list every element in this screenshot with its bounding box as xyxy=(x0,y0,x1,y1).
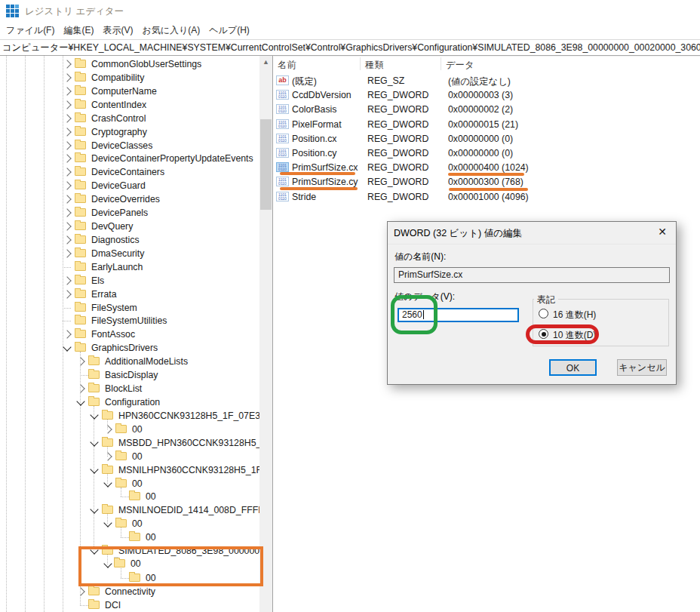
tree-item[interactable]: Els xyxy=(0,274,260,288)
registry-value-row[interactable]: 1101 0110ColorBasisREG_DWORD0x00000002 (… xyxy=(274,103,700,117)
chevron-right-icon[interactable] xyxy=(63,128,71,136)
value-data: 0x00000000 (0) xyxy=(448,134,513,144)
chevron-right-icon[interactable] xyxy=(63,141,71,149)
tree-item[interactable]: AdditionalModeLists xyxy=(0,355,260,368)
tree-item[interactable]: MSBDD_HPN360CCNK93128H5_1F_0 xyxy=(0,436,260,450)
chevron-right-icon[interactable] xyxy=(103,452,112,460)
address-bar[interactable]: コンピューター¥HKEY_LOCAL_MACHINE¥SYSTEM¥Curren… xyxy=(0,39,700,56)
chevron-down-icon[interactable] xyxy=(103,478,112,487)
tree-item[interactable]: CrashControl xyxy=(0,112,260,125)
folder-icon xyxy=(88,587,100,595)
chevron-right-icon[interactable] xyxy=(63,249,71,257)
chevron-down-icon[interactable] xyxy=(76,397,84,405)
chevron-down-icon[interactable] xyxy=(63,343,71,352)
tree-scrollbar[interactable]: ▲ xyxy=(259,56,272,612)
tree-item[interactable]: BasicDisplay xyxy=(0,368,260,382)
hex-radio[interactable] xyxy=(539,309,548,318)
tree-item[interactable]: DeviceClasses xyxy=(0,139,260,152)
column-header[interactable]: データ xyxy=(446,59,474,72)
tree-item[interactable]: HPN360CCNK93128H5_1F_07E3_4C4 xyxy=(0,409,260,423)
chevron-down-icon[interactable] xyxy=(103,519,112,527)
chevron-right-icon[interactable] xyxy=(63,114,71,122)
chevron-right-icon[interactable] xyxy=(103,425,112,433)
ok-button[interactable]: OK xyxy=(549,359,597,376)
registry-value-row[interactable]: 1101 0110PixelFormatREG_DWORD0x00000015 … xyxy=(274,118,700,132)
tree-item[interactable]: DeviceContainers xyxy=(0,165,260,179)
menu-item[interactable]: お気に入り(A) xyxy=(137,22,204,39)
tree-item[interactable]: ComputerName xyxy=(0,85,260,98)
scroll-up-icon[interactable]: ▲ xyxy=(259,56,272,69)
value-type: REG_DWORD xyxy=(367,162,428,173)
tree-item[interactable]: FileSystemUtilities xyxy=(0,314,260,328)
registry-value-row[interactable]: ab(既定)REG_SZ(値の設定なし) xyxy=(274,74,700,88)
tree-item[interactable]: DevQuery xyxy=(0,220,260,233)
pane-splitter[interactable] xyxy=(272,56,273,612)
tree-item[interactable]: 00 xyxy=(0,517,260,531)
tree-item[interactable]: Compatibility xyxy=(0,71,260,85)
registry-value-row[interactable]: 1101 0110CcdDbVersionREG_DWORD0x00000003… xyxy=(274,88,700,103)
scrollbar-thumb[interactable] xyxy=(260,119,272,210)
chevron-right-icon[interactable] xyxy=(63,331,71,339)
registry-value-row[interactable]: 1101 0110Position.cxREG_DWORD0x00000000 … xyxy=(274,132,700,146)
tree-item[interactable]: GraphicsDrivers xyxy=(0,341,260,355)
tree-item[interactable]: FontAssoc xyxy=(0,328,260,341)
chevron-right-icon[interactable] xyxy=(63,60,71,68)
chevron-right-icon[interactable] xyxy=(63,195,71,204)
tree-item[interactable]: ContentIndex xyxy=(0,98,260,112)
tree-item[interactable]: Configuration xyxy=(0,395,260,409)
tree-item[interactable]: 00 xyxy=(0,531,260,544)
chevron-down-icon[interactable] xyxy=(90,411,98,419)
tree-item-label: AdditionalModeLists xyxy=(105,356,188,367)
chevron-right-icon[interactable] xyxy=(63,222,71,230)
column-header[interactable]: 種類 xyxy=(365,59,384,72)
tree-item[interactable]: DmaSecurity xyxy=(0,247,260,260)
column-header[interactable]: 名前 xyxy=(278,59,296,72)
value-name-field[interactable]: PrimSurfSize.cx xyxy=(394,267,670,283)
chevron-down-icon[interactable] xyxy=(90,465,98,473)
chevron-right-icon[interactable] xyxy=(63,235,71,244)
tree-item[interactable]: DeviceContainerPropertyUpdateEvents xyxy=(0,152,260,165)
chevron-right-icon[interactable] xyxy=(76,587,84,595)
tree-item[interactable]: MSNILHPN360CCNK93128H5_1F_07 xyxy=(0,463,260,477)
chevron-right-icon[interactable] xyxy=(63,155,71,163)
registry-tree-pane: CommonGlobUserSettingsCompatibilityCompu… xyxy=(0,56,260,612)
chevron-down-icon[interactable] xyxy=(90,506,98,514)
chevron-right-icon[interactable] xyxy=(63,100,71,109)
tree-item[interactable]: FileSystem xyxy=(0,301,260,315)
tree-item[interactable]: DevicePanels xyxy=(0,206,260,220)
chevron-right-icon[interactable] xyxy=(76,384,84,392)
menu-item[interactable]: 表示(V) xyxy=(98,22,137,39)
tree-item[interactable]: DeviceGuard xyxy=(0,179,260,192)
chevron-down-icon[interactable] xyxy=(90,438,98,446)
registry-value-row[interactable]: 1101 0110Position.cyREG_DWORD0x00000000 … xyxy=(274,146,700,161)
chevron-right-icon[interactable] xyxy=(63,168,71,177)
chevron-right-icon[interactable] xyxy=(63,208,71,217)
tree-item[interactable]: Cryptography xyxy=(0,125,260,139)
chevron-right-icon[interactable] xyxy=(63,73,71,81)
chevron-right-icon[interactable] xyxy=(63,276,71,284)
tree-item[interactable]: Connectivity xyxy=(0,585,260,598)
menu-item[interactable]: ファイル(F) xyxy=(2,22,59,39)
tree-item[interactable]: 00 xyxy=(0,450,260,463)
tree-item-label: DeviceContainers xyxy=(91,167,164,177)
tree-item[interactable]: DCI xyxy=(0,598,260,612)
close-icon[interactable]: ✕ xyxy=(658,226,667,238)
tree-item[interactable]: EarlyLaunch xyxy=(0,260,260,274)
tree-item[interactable]: 00 xyxy=(0,477,260,491)
tree-item[interactable]: BlockList xyxy=(0,382,260,395)
tree-item[interactable]: CommonGlobUserSettings xyxy=(0,57,260,71)
chevron-right-icon[interactable] xyxy=(63,182,71,190)
tree-item[interactable]: Diagnostics xyxy=(0,233,260,247)
cancel-button[interactable]: キャンセル xyxy=(617,359,667,376)
tree-item[interactable]: MSNILNOEDID_1414_008D_FFFFFFFF xyxy=(0,503,260,517)
tree-item[interactable]: 00 xyxy=(0,490,260,503)
tree-item[interactable]: Errata xyxy=(0,288,260,301)
menu-item[interactable]: ヘルプ(H) xyxy=(204,22,254,39)
tree-item[interactable]: DeviceOverrides xyxy=(0,192,260,206)
chevron-right-icon[interactable] xyxy=(63,290,71,298)
registry-value-row[interactable]: 1101 0110StrideREG_DWORD0x00001000 (4096… xyxy=(274,190,700,205)
chevron-right-icon[interactable] xyxy=(63,87,71,95)
chevron-right-icon[interactable] xyxy=(76,358,84,366)
tree-item[interactable]: 00 xyxy=(0,423,260,436)
menu-item[interactable]: 編集(E) xyxy=(59,22,98,39)
